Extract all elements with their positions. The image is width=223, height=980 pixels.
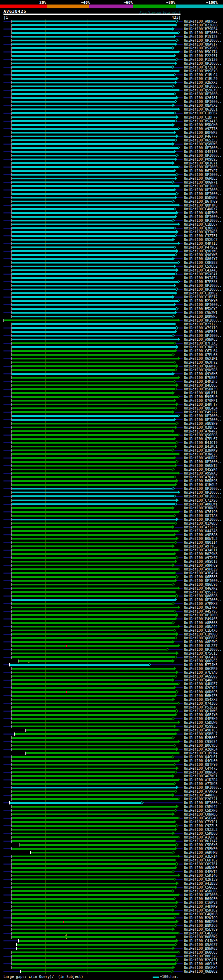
hit-label[interactable]: UniRef100_C9SGS4 (184, 740, 217, 744)
hit-row[interactable]: UniRef100_Q70MP1 (0, 399, 223, 402)
hit-bar[interactable] (12, 55, 174, 57)
hit-row[interactable]: UniRef100_B5DGK8 (0, 196, 223, 200)
hit-bar[interactable] (12, 806, 176, 808)
hit-bar[interactable] (12, 737, 172, 739)
hit-label[interactable]: UniRef100_B7TJH5 (184, 663, 217, 667)
hit-bar[interactable] (12, 484, 175, 486)
hit-label[interactable]: UniRef100_B5G1T4 (184, 50, 217, 54)
hit-row[interactable]: UniRef100_B0CYD8 (0, 744, 223, 748)
hit-label[interactable]: UniRef100_C5P6X6 (184, 843, 217, 847)
hit-label[interactable]: UniRef100_UPI000.. (184, 518, 221, 522)
hit-row[interactable]: UniRef100_O22608 (0, 23, 223, 27)
hit-bar[interactable] (12, 273, 175, 275)
hit-bar[interactable] (12, 936, 174, 938)
hit-row[interactable]: UniRef100_B4IKU1 (0, 445, 223, 449)
hit-row[interactable]: UniRef100_B7UEB4 (0, 376, 223, 380)
hit-bar[interactable] (12, 396, 177, 398)
hit-bar[interactable] (12, 97, 176, 99)
hit-row[interactable]: UniRef100_C4Y475 (0, 767, 223, 770)
hit-label[interactable]: UniRef100_B0FWK5 (184, 131, 217, 135)
hit-label[interactable]: UniRef100_C0NRD6 (184, 813, 217, 816)
hit-row[interactable]: UniRef100_B4MZH3 (0, 380, 223, 383)
hit-bar[interactable] (12, 772, 175, 773)
hit-label[interactable]: UniRef100_UPI000.. (184, 38, 221, 42)
hit-row[interactable]: UniRef100_A4S796 (0, 609, 223, 613)
hit-label[interactable]: UniRef100_A4HMK9 (184, 905, 217, 908)
hit-row[interactable]: UniRef100_UPI000.. (0, 648, 223, 651)
hit-row[interactable]: UniRef100_Q86LY6 (0, 583, 223, 587)
hit-bar[interactable] (12, 47, 172, 49)
hit-row[interactable]: UniRef100_A6RFM8 (0, 851, 223, 854)
hit-label[interactable]: UniRef100_B5X413 (184, 119, 217, 123)
hit-row[interactable]: UniRef100_UPI000.. (0, 494, 223, 498)
hit-label[interactable]: UniRef100_Q8TFY0 (184, 763, 217, 767)
hit-row[interactable]: UniRef100_C1M0G8 (0, 632, 223, 636)
hit-row[interactable]: UniRef100_A7TZ37 (0, 525, 223, 529)
hit-bar[interactable] (12, 656, 175, 658)
hit-label[interactable]: UniRef100_B2YI25 (184, 322, 217, 326)
hit-row[interactable]: UniRef100_Q6EE83 (0, 575, 223, 579)
hit-row[interactable]: UniRef100_P49227 (0, 410, 223, 414)
hit-label[interactable]: UniRef100_A5DLB6 (184, 889, 217, 893)
hit-row[interactable]: UniRef100_C1BF77 (0, 115, 223, 119)
hit-row[interactable]: UniRef100_Q801I4 (0, 541, 223, 544)
hit-label[interactable]: UniRef100_B6KPK0 (184, 920, 217, 924)
hit-bar[interactable] (12, 679, 172, 681)
hit-bar[interactable] (12, 863, 176, 865)
hit-bar[interactable] (12, 377, 177, 379)
hit-label[interactable]: UniRef100_Q7PL68 (184, 353, 217, 357)
hit-bar[interactable] (12, 277, 172, 279)
hit-bar[interactable] (12, 170, 174, 172)
hit-label[interactable]: UniRef100_B4LQQ5 (184, 383, 217, 387)
hit-row[interactable]: UniRef100_C5KB00 (0, 832, 223, 835)
hit-row[interactable]: UniRef100_A8HP55 (0, 19, 223, 23)
hit-bar[interactable] (12, 21, 176, 22)
hit-bar[interactable] (12, 350, 175, 352)
hit-bar[interactable] (12, 917, 174, 919)
hit-label[interactable]: UniRef100_A9ZT78 (184, 127, 217, 131)
hit-label[interactable]: UniRef100_C9ZZL2 (184, 828, 217, 832)
hit-row[interactable]: UniRef100_C9ZZL3 (0, 824, 223, 828)
hit-label[interactable]: UniRef100_A3F4S4 (184, 571, 217, 575)
hit-bar[interactable] (12, 354, 172, 356)
hit-row[interactable]: UniRef100_C1BFB7 (0, 111, 223, 115)
hit-label[interactable]: UniRef100_Q4UDE7 (184, 682, 217, 686)
hit-row[interactable]: UniRef100_C1GPV3 (0, 901, 223, 905)
hit-label[interactable]: UniRef100_Q6FJY0 (184, 713, 217, 717)
hit-row[interactable]: UniRef100_Q8LBI1 (0, 391, 223, 395)
hit-row[interactable]: UniRef100_B6SQF0 (0, 897, 223, 901)
hit-bar[interactable] (12, 185, 177, 187)
hit-row[interactable]: UniRef100_P15125 (0, 35, 223, 38)
hit-label[interactable]: UniRef100_C6TL04 (184, 349, 217, 353)
hit-label[interactable]: UniRef100_A8PSW9 (184, 640, 217, 644)
hit-row[interactable]: UniRef100_B4JQ19 (0, 441, 223, 445)
hit-label[interactable]: UniRef100_A9PBZ9 (184, 567, 217, 571)
hit-label[interactable]: UniRef100_C4JA45 (184, 268, 217, 272)
hit-label[interactable]: UniRef100_Q801I4 (184, 541, 217, 544)
hit-row[interactable]: UniRef100_B5XFA1 (0, 272, 223, 276)
hit-bar[interactable] (12, 649, 167, 651)
hit-row[interactable]: UniRef100_Q7ZUI0 (0, 65, 223, 69)
hit-bar[interactable] (12, 745, 174, 746)
hit-label[interactable]: UniRef100_Q90YW6 (184, 249, 217, 253)
hit-bar[interactable] (12, 296, 172, 298)
hit-label[interactable]: UniRef100_C0H8E8 (184, 261, 217, 264)
hit-label[interactable]: UniRef100_B6JYA7 (184, 839, 217, 843)
hit-row[interactable]: UniRef100_B3NKK9 (0, 449, 223, 452)
hit-row[interactable]: UniRef100_B9SEY9 (0, 69, 223, 73)
hit-bar[interactable] (12, 507, 172, 509)
hit-row[interactable]: UniRef100_B6RB96 (0, 479, 223, 483)
hit-bar[interactable] (12, 430, 172, 432)
hit-label[interactable]: UniRef100_UPI000.. (184, 62, 221, 65)
hit-row[interactable]: UniRef100_Q8AVX2 (0, 103, 223, 107)
hit-bar[interactable] (12, 909, 172, 911)
hit-row[interactable]: UniRef100_UPI000.. (0, 84, 223, 88)
hit-bar[interactable] (26, 729, 178, 731)
hit-bar[interactable] (12, 695, 175, 697)
hit-bar[interactable] (12, 576, 176, 578)
hit-label[interactable]: UniRef100_C1GPV3 (184, 901, 217, 905)
hit-label[interactable]: UniRef100_Q26481 (184, 96, 217, 100)
hit-label[interactable]: UniRef100_UPI000.. (184, 215, 221, 219)
hit-row[interactable]: UniRef100_B2B802 (0, 736, 223, 740)
hit-row[interactable]: UniRef100_A7EYA0 (0, 671, 223, 675)
